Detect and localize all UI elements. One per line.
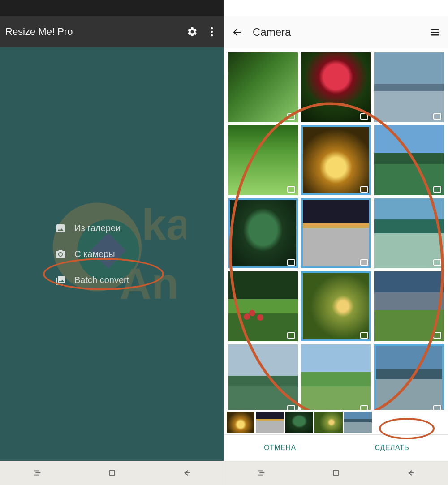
kebab-icon (211, 27, 213, 37)
image-thumb[interactable] (301, 125, 371, 195)
crop-badge-icon (287, 259, 295, 266)
selection-strip[interactable] (224, 410, 448, 435)
crop-badge-icon (360, 113, 368, 120)
image-thumb[interactable] (374, 271, 444, 341)
picker-header: Camera (224, 16, 448, 48)
nav-back-button[interactable] (181, 468, 192, 478)
crop-badge-icon (433, 259, 441, 266)
svg-point-0 (211, 27, 213, 29)
main-menu: Из галереи С камеры Batch convert (45, 215, 179, 293)
cancel-button[interactable]: ОТМЕНА (224, 435, 336, 461)
screens-divider (224, 0, 224, 485)
crop-badge-icon (360, 405, 368, 410)
picker-title: Camera (253, 26, 419, 39)
app-header: Resize Me! Pro (0, 16, 224, 47)
home-icon (332, 468, 340, 477)
menu-item-from-camera[interactable]: С камеры (45, 241, 179, 267)
image-thumb[interactable] (228, 198, 298, 268)
selected-thumb[interactable] (344, 412, 372, 433)
menu-label: Из галереи (74, 223, 121, 233)
crop-badge-icon (287, 405, 295, 410)
nav-home-button[interactable] (107, 468, 117, 478)
image-grid-area (224, 48, 448, 410)
crop-badge-icon (360, 332, 368, 339)
image-icon (55, 223, 66, 234)
crop-badge-icon (433, 405, 441, 410)
crop-badge-icon (287, 113, 295, 120)
image-thumb[interactable] (301, 344, 371, 410)
home-icon (108, 468, 116, 477)
status-bar (224, 0, 448, 16)
nav-home-button[interactable] (331, 468, 341, 478)
right-screen: Camera ОТМЕНА СДЕЛАТЬ (224, 0, 448, 485)
hamburger-icon (429, 27, 440, 38)
crop-badge-icon (360, 186, 368, 193)
android-navbar (224, 461, 448, 485)
image-thumb[interactable] (301, 198, 371, 268)
collections-icon (55, 275, 66, 286)
left-screen: Resize Me! Pro ka An (0, 0, 224, 485)
crop-badge-icon (360, 259, 368, 266)
status-bar (0, 0, 224, 16)
overflow-menu-button[interactable] (205, 25, 219, 39)
nav-recents-button[interactable] (32, 468, 43, 478)
menu-item-from-gallery[interactable]: Из галереи (45, 215, 179, 241)
left-content: ka An Из галереи С камеры (0, 47, 224, 461)
android-navbar (0, 461, 224, 485)
arrow-left-icon (232, 27, 243, 38)
image-thumb[interactable] (228, 125, 298, 195)
crop-badge-icon (287, 332, 295, 339)
image-thumb[interactable] (374, 198, 444, 268)
nav-recents-button[interactable] (256, 468, 267, 478)
image-thumb[interactable] (301, 52, 371, 122)
done-button[interactable]: СДЕЛАТЬ (336, 435, 448, 461)
image-thumb[interactable] (374, 52, 444, 122)
crop-badge-icon (433, 186, 441, 193)
recents-icon (32, 468, 42, 478)
recents-icon (256, 468, 266, 478)
image-grid[interactable] (228, 52, 444, 410)
selected-thumb[interactable] (314, 412, 342, 433)
selected-thumb[interactable] (256, 412, 284, 433)
crop-badge-icon (433, 332, 441, 339)
crop-badge-icon (287, 186, 295, 193)
app-title: Resize Me! Pro (5, 26, 179, 38)
svg-point-1 (211, 31, 213, 33)
crop-badge-icon (433, 113, 441, 120)
svg-rect-12 (333, 470, 339, 476)
gear-icon (187, 26, 198, 37)
image-thumb[interactable] (301, 271, 371, 341)
selected-thumb[interactable] (227, 412, 254, 433)
svg-rect-10 (431, 32, 439, 33)
svg-point-2 (211, 34, 213, 36)
nav-back-button[interactable] (405, 468, 416, 478)
svg-rect-8 (109, 470, 115, 476)
image-thumb[interactable] (374, 344, 444, 410)
image-thumb[interactable] (228, 271, 298, 341)
action-bar: ОТМЕНА СДЕЛАТЬ (224, 435, 448, 461)
image-thumb[interactable] (228, 344, 298, 410)
camera-icon (55, 249, 66, 260)
menu-label: Batch convert (74, 275, 129, 285)
settings-button[interactable] (185, 25, 199, 39)
image-thumb[interactable] (374, 125, 444, 195)
menu-item-batch-convert[interactable]: Batch convert (45, 267, 179, 293)
back-icon (182, 468, 192, 478)
back-button[interactable] (231, 26, 244, 39)
menu-button[interactable] (428, 26, 441, 39)
menu-label: С камеры (74, 249, 115, 259)
back-icon (406, 468, 416, 478)
selected-thumb[interactable] (285, 412, 313, 433)
image-thumb[interactable] (228, 52, 298, 122)
svg-rect-11 (431, 34, 439, 36)
svg-rect-9 (431, 29, 439, 30)
